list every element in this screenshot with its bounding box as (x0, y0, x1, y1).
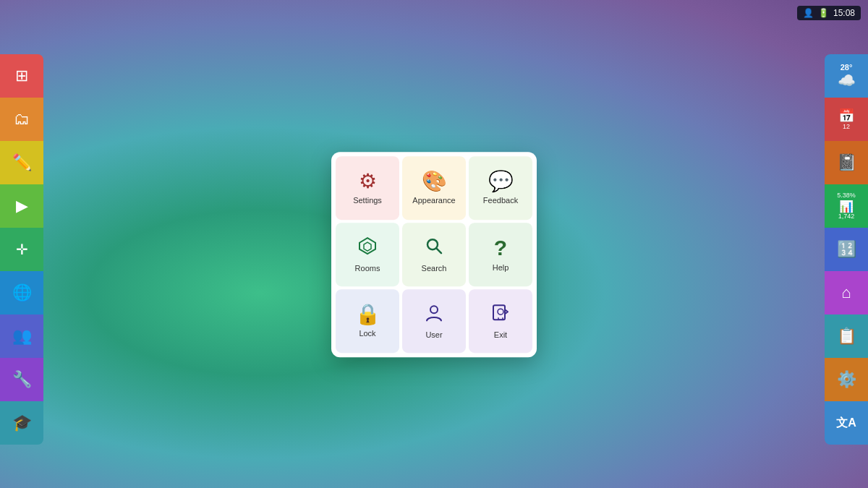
svg-point-2 (430, 306, 438, 313)
sidebar-item-stats[interactable]: 5.38% 📊 1,742 (825, 184, 868, 228)
sidebar-item-notes[interactable]: 📓 (825, 141, 868, 184)
sidebar-item-gamepad[interactable]: ✛ (0, 228, 43, 271)
menu-item-feedback[interactable]: 💬 Feedback (469, 156, 532, 220)
menu-item-settings[interactable]: ⚙ Settings (336, 156, 399, 220)
user-status-icon: 👤 (803, 8, 814, 18)
notes-icon: 📓 (837, 153, 856, 172)
search-icon (424, 236, 444, 260)
edit-icon: ✏️ (12, 153, 32, 172)
lock-icon: 🔒 (355, 304, 380, 325)
rooms-icon (357, 236, 378, 260)
sidebar-item-calendar[interactable]: 📅 12 (825, 98, 868, 141)
weather-cloud-icon: ☁️ (838, 72, 856, 89)
learn-icon: 🎓 (12, 414, 32, 432)
svg-point-4 (498, 309, 503, 314)
stats-chart-icon: 📊 (839, 200, 854, 213)
help-icon: ? (494, 237, 507, 259)
tools-icon: 🔧 (12, 370, 32, 389)
menu-item-user[interactable]: User (402, 289, 466, 353)
menu-grid: ⚙ Settings 🎨 Appearance 💬 Feedback Rooms… (331, 152, 537, 357)
lock-label: Lock (359, 329, 375, 338)
exit-label: Exit (494, 330, 507, 339)
sidebar-item-tools[interactable]: 🔧 (0, 358, 43, 401)
rooms-label: Rooms (355, 264, 380, 273)
gamepad-icon: ✛ (16, 241, 28, 258)
calendar-icon: 📅 (838, 108, 854, 124)
menu-item-rooms[interactable]: Rooms (336, 223, 399, 286)
appearance-label: Appearance (412, 196, 455, 205)
menu-item-help[interactable]: ? Help (469, 223, 532, 286)
sidebar-item-apps[interactable]: ⊞ (0, 54, 43, 98)
sidebar-item-calculator[interactable]: 🔢 (825, 228, 868, 271)
apps-grid-icon: ⊞ (15, 67, 28, 85)
status-bar: 👤 🔋 15:08 (797, 6, 861, 20)
help-label: Help (493, 263, 509, 272)
battery-icon: 🔋 (818, 8, 829, 18)
stats-number: 1,742 (838, 213, 855, 221)
user-icon (424, 302, 444, 326)
stats-percent: 5.38% (837, 192, 856, 200)
menu-item-lock[interactable]: 🔒 Lock (336, 289, 399, 353)
settings-icon: ⚙ (359, 171, 377, 192)
clipboard-icon: 📋 (837, 327, 856, 346)
sidebar-item-settings[interactable]: ⚙️ (825, 358, 868, 401)
calendar-badge: 12 (843, 124, 850, 131)
play-icon: ▶ (16, 197, 28, 215)
sidebar-item-play[interactable]: ▶ (0, 184, 43, 228)
sidebar-item-files[interactable]: 🗂 (0, 98, 43, 141)
menu-item-appearance[interactable]: 🎨 Appearance (402, 156, 466, 220)
settings-gear-icon: ⚙️ (837, 370, 856, 389)
menu-item-exit[interactable]: Exit (469, 289, 532, 353)
svg-line-1 (437, 249, 442, 254)
files-icon: 🗂 (14, 110, 30, 129)
sidebar-item-edit[interactable]: ✏️ (0, 141, 43, 184)
home-icon: ⌂ (841, 283, 851, 302)
calculator-icon: 🔢 (837, 240, 856, 259)
sidebar-item-learn[interactable]: 🎓 (0, 401, 43, 445)
sidebar-item-users[interactable]: 👥 (0, 314, 43, 358)
translate-icon: 文A (836, 416, 856, 431)
sidebar-item-globe[interactable]: 🌐 (0, 271, 43, 314)
sidebar-item-translate[interactable]: 文A (825, 401, 868, 445)
users-icon: 👥 (12, 327, 32, 346)
globe-icon: 🌐 (12, 283, 32, 302)
appearance-icon: 🎨 (422, 171, 447, 192)
sidebar-item-home[interactable]: ⌂ (825, 271, 868, 314)
settings-label: Settings (353, 196, 382, 205)
user-label: User (425, 330, 442, 339)
clock: 15:08 (833, 8, 855, 18)
menu-item-search[interactable]: Search (402, 223, 466, 286)
weather-temp: 28° (841, 63, 853, 72)
right-sidebar: 28° ☁️ 📅 12 📓 5.38% 📊 1,742 🔢 ⌂ 📋 ⚙️ 文A (825, 54, 868, 445)
feedback-icon: 💬 (488, 171, 514, 192)
exit-icon (490, 302, 511, 326)
sidebar-item-weather[interactable]: 28° ☁️ (825, 54, 868, 98)
feedback-label: Feedback (483, 196, 518, 205)
left-sidebar: ⊞ 🗂 ✏️ ▶ ✛ 🌐 👥 🔧 🎓 (0, 54, 43, 445)
search-label: Search (422, 264, 447, 273)
sidebar-item-clipboard[interactable]: 📋 (825, 314, 868, 358)
